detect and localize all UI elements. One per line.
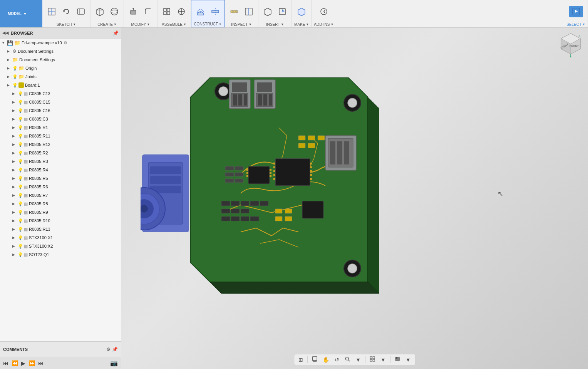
model-menu[interactable]: MODEL ▼ [0, 0, 42, 27]
make-btn[interactable] [295, 6, 308, 17]
vp-zoom-dropdown-btn[interactable]: ▼ [353, 356, 363, 364]
list-item[interactable]: ▶ 💡 ▦ STX3100:X1 [0, 233, 121, 242]
comments-settings-icon[interactable]: ⚙ [106, 347, 111, 352]
list-item[interactable]: ▶ 💡 ▦ R0805:R11 [0, 132, 121, 140]
sketch-palette-btn[interactable] [74, 6, 88, 17]
inspect-label[interactable]: INSPECT▼ [231, 22, 251, 27]
list-item[interactable]: ▶ 💡 ▦ R0805:R7 [0, 191, 121, 200]
joint-btn[interactable] [174, 6, 188, 17]
named-views-folder-icon: 📁 [12, 57, 18, 62]
comments-pin-icon[interactable]: 📌 [112, 347, 118, 352]
playback-end-btn[interactable]: ⏭ [38, 360, 44, 366]
viewport[interactable]: FRONT RIGHT Z ↖ ⊞ ✋ ↺ ▼ [121, 28, 588, 369]
create-label[interactable]: CREATE▼ [97, 22, 117, 27]
origin-item[interactable]: ▶ 💡 📁 Origin [0, 64, 121, 72]
browser-pin-btn[interactable]: 📌 [113, 30, 119, 36]
sketch-label[interactable]: SKETCH▼ [57, 22, 76, 27]
eye-icon: 💡 [18, 108, 23, 113]
create-box-btn[interactable] [93, 6, 107, 17]
insert-label[interactable]: INSERT▼ [266, 22, 284, 27]
vp-visual-btn[interactable] [393, 355, 402, 364]
midplane-btn[interactable] [208, 6, 222, 17]
list-item[interactable]: ▶ 💡 ▦ SOT23:Q1 [0, 250, 121, 259]
list-item[interactable]: ▶ 💡 ▦ R0805:R13 [0, 225, 121, 233]
vp-zoom-btn[interactable] [343, 355, 352, 364]
svg-point-46 [219, 87, 228, 96]
list-item[interactable]: ▶ 💡 ▦ C0805:C3 [0, 115, 121, 123]
svg-rect-89 [318, 136, 325, 140]
list-item[interactable]: ▶ 💡 ▦ R0805:R8 [0, 200, 121, 208]
list-item[interactable]: ▶ 💡 ▦ R0805:R6 [0, 183, 121, 191]
comments-panel: COMMENTS ⚙ 📌 [0, 341, 121, 357]
list-item[interactable]: ▶ 💡 ▦ STX3100:X2 [0, 242, 121, 250]
z-axis-label: Z [579, 34, 581, 38]
svg-marker-44 [210, 282, 379, 294]
new-component-btn[interactable] [160, 6, 174, 17]
vp-pan-btn[interactable]: ✋ [321, 356, 331, 364]
offset-plane-btn[interactable] [194, 6, 208, 17]
tree-root-item[interactable]: ▼ 💾 📁 Ed-amp-example v10 ⚙ [0, 39, 121, 47]
playback-start-btn[interactable]: ⏮ [3, 360, 8, 366]
measure-btn[interactable] [227, 6, 241, 17]
stop-sketch-btn[interactable] [59, 6, 73, 17]
list-item[interactable]: ▶ 💡 ▦ R0805:R2 [0, 149, 121, 157]
push-pull-btn[interactable] [126, 6, 140, 17]
chip-icon: ▦ [24, 235, 28, 240]
chip-icon: ▦ [24, 227, 28, 232]
insert-mesh-btn[interactable] [261, 6, 275, 17]
modify-label[interactable]: MODIFY▼ [131, 22, 150, 27]
list-item[interactable]: ▶ 💡 ▦ R0805:R1 [0, 123, 121, 132]
list-item[interactable]: ▶ 💡 ▦ R0805:R10 [0, 216, 121, 225]
chip-icon: ▦ [24, 210, 28, 215]
vp-grid-options-btn[interactable] [368, 355, 377, 364]
vp-display-btn[interactable] [310, 355, 319, 364]
vp-visual-dropdown-btn[interactable]: ▼ [404, 356, 413, 364]
orientation-cube[interactable]: FRONT RIGHT Z [557, 32, 584, 59]
addins-btn[interactable] [317, 6, 331, 17]
svg-rect-82 [246, 175, 248, 177]
svg-rect-4 [77, 9, 84, 14]
fillet-btn[interactable] [141, 6, 155, 17]
board1-arrow: ▶ [7, 83, 12, 87]
make-label[interactable]: MAKE▼ [294, 22, 309, 27]
list-item[interactable]: ▶ 💡 ▦ C0805:C15 [0, 98, 121, 106]
list-item[interactable]: ▶ 💡 ▦ C0805:C16 [0, 106, 121, 115]
svg-rect-14 [164, 8, 166, 11]
root-settings-icon[interactable]: ⚙ [64, 40, 67, 45]
assemble-label[interactable]: ASSEMBLE▼ [162, 22, 186, 27]
vp-grid-dropdown-btn[interactable]: ▼ [379, 356, 388, 364]
playback-next-btn[interactable]: ⏩ [28, 360, 35, 366]
insert-svg-btn[interactable] [275, 6, 289, 17]
vp-orbit-btn[interactable]: ↺ [333, 356, 341, 364]
tree-item[interactable]: ▶ ⚙ Document Settings [0, 47, 121, 55]
joints-folder-icon: 📁 [18, 74, 24, 79]
list-item[interactable]: ▶ 💡 ▦ R0805:R3 [0, 157, 121, 166]
playback-play-btn[interactable]: ▶ [21, 360, 25, 366]
chip-icon: ▦ [24, 134, 28, 139]
construct-label[interactable]: CONSTRUCT > [194, 22, 222, 26]
browser-collapse-btn[interactable]: ◀◀ [2, 30, 8, 35]
camera-icon[interactable]: 📷 [110, 359, 118, 367]
playback-prev-btn[interactable]: ⏪ [12, 360, 18, 366]
eye-icon: 💡 [18, 134, 23, 139]
svg-rect-70 [273, 166, 275, 168]
svg-rect-145 [370, 357, 372, 359]
list-item[interactable]: ▶ 💡 ▦ R0805:R5 [0, 174, 121, 183]
select-label[interactable]: SELECT▼ [566, 22, 585, 27]
list-item[interactable]: ▶ 💡 ▦ R0805:R4 [0, 166, 121, 174]
named-views-item[interactable]: ▶ 📁 Document Settings [0, 55, 121, 64]
section-btn[interactable] [242, 6, 256, 17]
create-sketch-btn[interactable] [45, 6, 59, 17]
vp-grid-btn[interactable]: ⊞ [297, 356, 305, 364]
eye-icon: 💡 [18, 227, 23, 232]
joints-item[interactable]: ▶ 💡 📁 Joints [0, 72, 121, 81]
addins-label[interactable]: ADD-INS▼ [314, 22, 333, 27]
board1-item[interactable]: ▶ 💡 Board:1 [0, 81, 121, 89]
create-sphere-btn[interactable] [107, 6, 121, 17]
select-btn[interactable] [569, 6, 583, 17]
root-save-icon: 💾 [7, 40, 13, 46]
svg-point-50 [348, 264, 357, 273]
list-item[interactable]: ▶ 💡 ▦ R0805:R9 [0, 208, 121, 216]
list-item[interactable]: ▶ 💡 ▦ R0805:R12 [0, 140, 121, 149]
list-item[interactable]: ▶ 💡 ▦ C0805:C13 [0, 89, 121, 98]
